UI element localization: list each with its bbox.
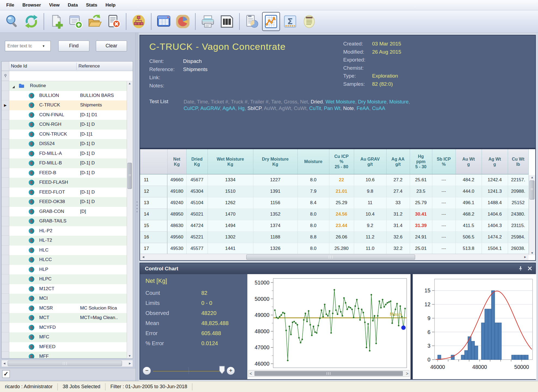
sitemap-icon[interactable] [130, 12, 148, 31]
tree-vertical-scrollbar[interactable]: ▲ ▼ [127, 81, 132, 358]
zoom-in-button[interactable]: + [227, 367, 235, 375]
column-node-id[interactable]: Node Id [11, 63, 27, 69]
table-row[interactable]: 134924045104126211568.425.29113325.79---… [140, 197, 528, 209]
scroll-down-icon[interactable]: ▼ [127, 354, 132, 357]
pie-chart-icon[interactable] [174, 12, 192, 31]
column-header[interactable]: Au GRAVg/t [354, 149, 386, 174]
menu-browser[interactable]: Browser [18, 2, 45, 9]
slider-track[interactable] [153, 370, 224, 372]
select-all-checkbox[interactable]: ✓ [2, 370, 10, 378]
tree-node-mfc[interactable]: MFC [2, 332, 127, 342]
tree-node-dis524[interactable]: DIS524[D-1] D [2, 139, 127, 149]
table-row[interactable]: 144895045021147013528.024.5610.431.230.4… [140, 209, 528, 220]
tree-node-m12ct[interactable]: M12CT [2, 284, 127, 294]
tree-node-fd-mill-a[interactable]: FD-MILL-A[D-1] D [2, 149, 127, 159]
column-separator[interactable] [76, 63, 77, 70]
scroll-left-icon[interactable]: ◄ [142, 255, 145, 259]
close-icon[interactable] [527, 266, 533, 271]
menu-view[interactable]: View [45, 2, 63, 9]
tree-node-fd-mill-b[interactable]: FD-MILL-B[D-1] D [2, 158, 127, 168]
scroll-left-icon[interactable]: < [250, 371, 252, 376]
tree-node-feed-ok38[interactable]: FEED-OK38[D-1] D [2, 197, 127, 207]
tree-node-con-rgh[interactable]: CON-RGH[D-1] D [2, 120, 127, 130]
column-header[interactable]: Au Wtg [455, 149, 482, 174]
add-job-icon[interactable] [66, 12, 84, 31]
table-row[interactable]: 174953045577144113268.025.28011.032.225.… [140, 243, 528, 254]
tree-node-mcsr[interactable]: MCSRMC Solucion Rica [2, 304, 127, 313]
search-combobox[interactable]: ▼ [5, 41, 51, 51]
column-header[interactable]: Cu ICP%25 - 80 [329, 149, 354, 174]
column-header[interactable]: Sb ICP% [432, 149, 455, 174]
scroll-left-icon[interactable]: ◄ [3, 362, 6, 365]
table-row[interactable]: 114966045677133412278.02210.627.225.61--… [140, 174, 528, 186]
menu-help[interactable]: Help [101, 2, 120, 9]
tree-node-hlpc[interactable]: HLPC [2, 274, 127, 284]
search-icon[interactable] [3, 12, 21, 31]
tree-node-hlcc[interactable]: HLCC [2, 255, 127, 265]
column-header[interactable]: Ag Wtg [482, 149, 508, 174]
tree-node-c-truck[interactable]: ▶C-TRUCKShipments [2, 100, 127, 110]
table-row[interactable]: 154863044724149413748.023.449.231.431.39… [140, 220, 528, 231]
tree-node-con-final[interactable]: CON-FINAL[D-1] D1 [2, 110, 127, 120]
column-header[interactable]: Hgppm5 - 30 [410, 149, 432, 174]
column-header[interactable]: Ag AAg/t [386, 149, 410, 174]
slider-handle[interactable] [219, 366, 225, 375]
search-input[interactable] [5, 43, 40, 49]
menu-file[interactable]: File [2, 2, 18, 9]
tree-node-feed-flash[interactable]: FEED-FLASH [2, 178, 127, 188]
pin-icon[interactable] [518, 266, 523, 271]
table-row[interactable]: 164956045221130211888.826.0611.232.624.9… [140, 231, 528, 243]
menu-stats[interactable]: Stats [82, 2, 102, 9]
grid-horizontal-scrollbar[interactable]: ◄ ► [140, 254, 528, 260]
scroll-right-icon[interactable]: ► [128, 362, 132, 365]
grid-scroll-thumb[interactable] [530, 180, 534, 200]
refresh-icon[interactable] [22, 12, 40, 31]
tree-node-grab-tails[interactable]: GRAB-TAILS [2, 216, 127, 226]
scroll-up-icon[interactable]: ▲ [127, 82, 132, 85]
tree-filter-row[interactable] [2, 71, 133, 81]
delete-document-icon[interactable] [105, 12, 123, 31]
tree-scroll-thumb[interactable] [127, 163, 132, 189]
table-view-icon[interactable] [155, 12, 173, 31]
panel-splitter[interactable] [135, 33, 138, 381]
tree-node-hl-t2[interactable]: HL-T2 [2, 236, 127, 246]
column-header[interactable]: NetKg [167, 149, 186, 174]
tree-node-grab-con[interactable]: GRAB-CON[D] [2, 207, 127, 217]
column-reference[interactable]: Reference [78, 63, 100, 69]
scroll-right-icon[interactable]: > [406, 371, 408, 376]
chevron-down-icon[interactable]: ▼ [40, 44, 47, 48]
column-header[interactable]: Dry MoistureKg [253, 149, 297, 174]
barcode-icon[interactable] [218, 12, 236, 31]
scroll-up-icon[interactable]: ▲ [529, 176, 535, 179]
observed-point[interactable] [401, 326, 406, 330]
clear-button[interactable]: Clear [96, 41, 127, 51]
grid-vertical-scrollbar[interactable]: ▲ ▼ [529, 175, 535, 255]
expander-icon[interactable] [12, 84, 15, 87]
tree-node-con-truck[interactable]: CON-TRUCK[D-1]1 [2, 130, 127, 139]
find-button[interactable]: Find [58, 41, 89, 51]
column-header[interactable]: Cu Wtlb [508, 149, 528, 174]
tree-node-mci[interactable]: MCI [2, 294, 127, 304]
tree-horizontal-scrollbar[interactable]: ◄ ► [1, 360, 133, 367]
tree-node-mfeed[interactable]: MFEED [2, 342, 127, 352]
tree-column-headers[interactable]: Node Id Reference [2, 62, 133, 71]
column-header[interactable]: Moisture [297, 149, 329, 174]
tree-node-mcyfd[interactable]: MCYFD [2, 323, 127, 333]
scroll-right-icon[interactable]: ► [524, 255, 527, 259]
menu-data[interactable]: Data [64, 2, 82, 9]
tree-node-mct[interactable]: MCTMCT=Mag Clean.. [2, 313, 127, 323]
stats-sigma-icon[interactable]: Σ [281, 12, 299, 31]
control-chart-icon[interactable] [262, 12, 280, 31]
grid-hscroll-thumb[interactable] [246, 255, 415, 260]
scroll-down-icon[interactable]: ▼ [529, 251, 535, 255]
tree-node-feed-flot[interactable]: FEED-FLOT[D-1] D [2, 188, 127, 197]
tree-node-bullion[interactable]: BULLIONBULLION BARS [2, 91, 127, 101]
column-header[interactable]: DriedKg [186, 149, 208, 174]
column-header[interactable]: Wet MoistureKg [208, 149, 253, 174]
tree-node-mff[interactable]: MFF [2, 352, 127, 359]
tree-hscroll-thumb[interactable] [8, 361, 122, 366]
print-icon[interactable] [199, 12, 217, 31]
notes-icon[interactable] [300, 12, 318, 31]
tree-node-hlp[interactable]: HLP [2, 265, 127, 275]
table-row[interactable]: 124918045304151013917.921.019.827.423.5-… [140, 186, 528, 197]
